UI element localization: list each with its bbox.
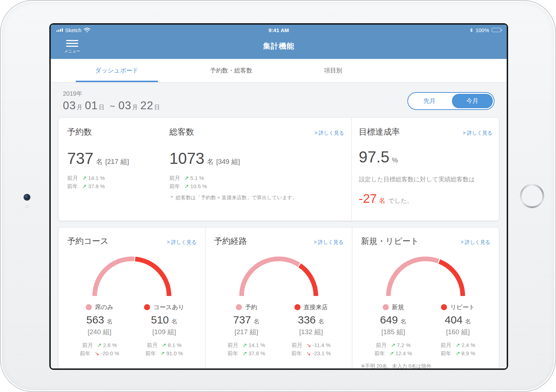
legend-dot (86, 304, 92, 310)
screen: Sketch 9:41 AM 100% (49, 23, 508, 370)
reservations-stats: 前月↗14.1 % 前年↗37.8 % (67, 174, 169, 201)
segment-value: 649 (380, 314, 398, 326)
period-year: 2019年 (63, 90, 162, 98)
reservations-value: 737 (67, 150, 93, 167)
segment-unit: 名 (107, 318, 113, 325)
segment-repeat: リピート 404名 [160 組] 前月↗2.4 % 前年↗8.9 % (426, 303, 490, 357)
segment-groups: [185 組] (361, 327, 426, 337)
summary-detail-link[interactable]: > 詳しく見る (314, 130, 344, 136)
goal-diff-suffix: でした。 (388, 197, 413, 205)
month-unit: 月 (76, 104, 83, 110)
home-button-inner (522, 186, 542, 206)
segment-groups: [217 組] (214, 327, 279, 337)
section-title: 予約コース (67, 236, 109, 247)
toggle-this-month[interactable]: 今月 (452, 94, 493, 108)
legend-label: リピート (450, 303, 475, 311)
legend-label: 席のみ (95, 303, 114, 311)
legend-dot (441, 304, 447, 310)
segment-reservation: 予約 737名 [217 組] 前月↗14.1 % 前年↗37.8 % (214, 303, 279, 357)
legend-dot (294, 304, 301, 310)
menu-button[interactable]: メニュー (62, 38, 82, 54)
goal-diff-row: -27名でした。 (359, 191, 492, 206)
segment-walk-in: 直接来店 336名 [132 組] 前月↘-11.4 % 前年↘-23.1 % (279, 303, 343, 357)
hamburger-icon (66, 40, 78, 47)
section-title: 予約経路 (214, 236, 247, 247)
segment-unit: 名 (318, 318, 324, 325)
section-detail-link[interactable]: > 詳しく見る (314, 239, 343, 246)
goal-value-row: 97.5% (359, 148, 492, 166)
start-month: 03 (63, 99, 76, 112)
summary-card: 予約数 総客数 > 詳しく見る 737名[217 組] 1073名[349 組] (59, 118, 499, 221)
goal-section: 目標達成率 > 詳しく見る 97.5% 設定した目標総客数に対して実績総客数は … (351, 118, 499, 221)
period-display: 2019年 03月01日~03月22日 (63, 90, 162, 112)
segment-groups: [109 組] (132, 327, 197, 337)
menu-label: メニュー (62, 49, 82, 54)
tab-dashboard[interactable]: ダッシュボード (76, 66, 158, 75)
stat-prev-year: 前年↗12.4 % (361, 349, 426, 357)
section-new-repeat: 新規・リピート > 詳しく見る 新規 649名 [185 組] (352, 228, 499, 368)
status-bar: Sketch 9:41 AM 100% (51, 25, 507, 35)
page-title: 集計機能 (51, 35, 507, 57)
legend-dot (144, 304, 150, 310)
summary-left-section: 予約数 総客数 > 詳しく見る 737名[217 組] 1073名[349 組] (59, 118, 351, 221)
tab-reservations-guests[interactable]: 予約数・総客数 (179, 66, 283, 75)
day-unit: 日 (99, 104, 105, 110)
stat-prev-month: 前月↗14.1 % (67, 174, 169, 182)
month-toggle: 先月 今月 (407, 92, 495, 110)
stat-prev-year: 前年↘-20.0 % (67, 349, 132, 357)
ipad-bezel: Sketch 9:41 AM 100% (0, 0, 556, 392)
legend-label: 直接来店 (304, 303, 328, 311)
status-time: 9:41 AM (51, 27, 507, 33)
stat-prev-month: 前月↗2.6 % (67, 341, 132, 349)
range-separator: ~ (110, 101, 115, 111)
goal-detail-link[interactable]: > 詳しく見る (463, 130, 492, 136)
segment-value: 510 (151, 314, 169, 326)
stat-prev-month: 前月↗14.1 % (214, 341, 279, 349)
goal-title: 目標達成率 (359, 126, 400, 137)
reservations-unit: 名 (96, 158, 103, 165)
section-detail-link[interactable]: > 詳しく見る (461, 239, 490, 246)
home-button[interactable] (520, 184, 544, 208)
semicircle-gauge (236, 254, 322, 298)
month-unit: 月 (132, 104, 138, 110)
guests-title: 総客数 (169, 126, 314, 137)
battery-icon (492, 28, 501, 32)
end-day: 22 (140, 99, 153, 112)
tab-by-item[interactable]: 項目別 (297, 66, 369, 75)
stat-prev-year: 前年↘-23.1 % (279, 349, 343, 357)
guests-value-row: 1073名[349 組] (169, 150, 344, 167)
segment-seat-only: 席のみ 563名 [240 組] 前月↗2.6 % 前年↘-20.0 % (67, 303, 132, 357)
day-unit: 日 (154, 104, 160, 110)
front-camera (24, 195, 30, 200)
goal-diff-unit: 名 (379, 196, 386, 205)
reservations-value-row: 737名[217 組] (67, 150, 169, 167)
app-content: Sketch 9:41 AM 100% (51, 25, 507, 368)
stat-prev-month: 前月↘-11.4 % (279, 341, 343, 349)
legend-dot (236, 304, 242, 310)
stat-prev-year: 前年↗10.5 % (169, 182, 344, 190)
toggle-last-month[interactable]: 先月 (409, 94, 450, 108)
legend-dot (383, 304, 389, 310)
segment-unit: 名 (172, 318, 178, 325)
guests-groups: [349 組] (216, 158, 240, 165)
goal-description: 設定した目標総客数に対して実績総客数は (359, 175, 492, 184)
main-area: 2019年 03月01日~03月22日 先月 今月 予約数 (51, 90, 507, 368)
stat-prev-year: 前年↗8.9 % (426, 349, 490, 357)
segment-groups: [240 組] (67, 327, 132, 337)
legend-label: コースあり (153, 303, 184, 311)
period-range: 03月01日~03月22日 (63, 99, 162, 112)
light-sensor (25, 205, 29, 208)
guests-note: ＊ 総客数は「予約数 + 直接来店数」で算出しています。 (169, 195, 344, 201)
reservations-title: 予約数 (67, 126, 169, 137)
segment-value: 404 (445, 314, 462, 326)
segment-with-course: コースあり 510名 [109 組] 前月↗8.1 % 前年↗91.0 % (132, 303, 197, 357)
goal-diff-value: -27 (359, 191, 377, 206)
segment-unit: 名 (401, 318, 407, 325)
segment-new: 新規 649名 [185 組] 前月↗7.2 % 前年↗12.4 % (361, 303, 426, 357)
legend-label: 予約 (245, 303, 257, 311)
segment-unit: 名 (254, 318, 260, 325)
end-month: 03 (118, 99, 131, 112)
section-reservation-route: 予約経路 > 詳しく見る 予約 737名 [217 組] (205, 228, 352, 368)
section-detail-link[interactable]: > 詳しく見る (167, 239, 197, 246)
segment-unit: 名 (465, 318, 471, 325)
